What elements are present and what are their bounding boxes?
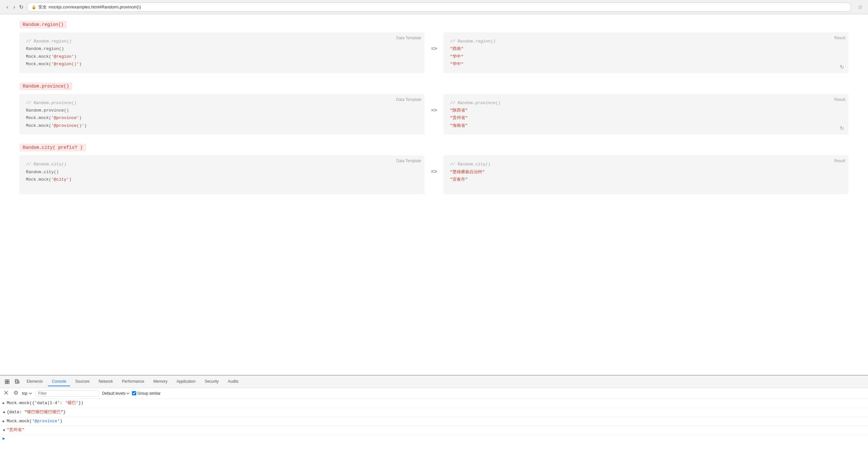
- security-text: 安全: [38, 4, 47, 10]
- browser-chrome: ‹ › ↻ 🔒 安全 mockjs.com/examples.html#Rand…: [0, 0, 868, 14]
- group-similar-checkbox-label[interactable]: Group similar: [132, 391, 161, 396]
- lock-icon: 🔒: [31, 5, 36, 9]
- devtools-tab-sources[interactable]: Sources: [71, 377, 93, 386]
- province-panels: Data Template // Random.province() Rando…: [20, 94, 848, 135]
- city-result-panel: Result // Random.city() "楚雄彝族自治州" "宜春市": [443, 155, 848, 194]
- template-label: Data Template: [396, 159, 421, 163]
- console-input-text: Mock.mock({'data|1-4': '哑巴'}): [7, 400, 84, 407]
- console-input-text: Mock.mock('@province'): [7, 418, 63, 425]
- code-line: // Random.region(): [450, 38, 842, 45]
- code-line: // Random.region(): [26, 38, 418, 45]
- bookmark-button[interactable]: ☆: [858, 4, 863, 11]
- address-bar[interactable]: 🔒 安全 mockjs.com/examples.html#Random\.pr…: [27, 3, 851, 12]
- back-button[interactable]: ‹: [5, 4, 9, 11]
- collapse-icon[interactable]: ◀: [3, 409, 5, 416]
- svg-rect-5: [16, 381, 17, 383]
- refresh-icon[interactable]: ↻: [840, 125, 844, 131]
- city-header: Random.city( prefix? ): [20, 144, 86, 151]
- svg-rect-6: [18, 381, 19, 383]
- arrow-province: =>: [425, 94, 444, 126]
- code-line: Random.region(): [26, 45, 418, 53]
- devtools-tab-audits[interactable]: Audits: [224, 377, 242, 386]
- svg-rect-2: [5, 382, 7, 384]
- result-label: Result: [834, 159, 845, 163]
- code-line: "海南省": [450, 122, 842, 129]
- devtools-tab-security[interactable]: Security: [201, 377, 222, 386]
- console-output: ▶ Mock.mock({'data|1-4': '哑巴'}) ◀ {data:…: [0, 399, 868, 456]
- expand-icon[interactable]: ▶: [3, 400, 5, 406]
- code-line: "华中": [450, 60, 842, 68]
- code-line: // Random.province(): [26, 99, 418, 107]
- province-header: Random.province(): [20, 82, 72, 90]
- code-line: "楚雄彝族自治州": [450, 168, 842, 176]
- code-line: Mock.mock('@region'): [26, 53, 418, 60]
- region-panels: Data Template // Random.region() Random.…: [20, 32, 848, 73]
- console-row: ▶ Mock.mock({'data|1-4': '哑巴'}): [0, 399, 868, 408]
- reload-button[interactable]: ↻: [19, 4, 23, 10]
- arrow-region: =>: [425, 32, 444, 65]
- main-content: Random.region() Data Template // Random.…: [0, 14, 868, 375]
- console-result-text: "贵州省": [7, 427, 25, 434]
- code-line: Mock.mock('@province'): [26, 114, 418, 122]
- province-result-panel: Result // Random.province() "陕西省" "贵州省" …: [443, 94, 848, 135]
- region-header: Random.region(): [20, 21, 67, 29]
- city-template-panel: Data Template // Random.city() Random.ci…: [20, 155, 425, 194]
- region-section: Random.region() Data Template // Random.…: [20, 14, 848, 73]
- console-empty-prompt: ▶: [0, 435, 868, 442]
- code-line: // Random.city(): [26, 160, 418, 168]
- collapse-icon[interactable]: ◀: [3, 427, 5, 433]
- console-output-text: {data: "哑巴哑巴哑巴哑巴"}: [7, 409, 66, 416]
- device-mode-button[interactable]: [13, 378, 22, 386]
- template-label: Data Template: [396, 36, 421, 40]
- code-line: // Random.province(): [450, 99, 842, 107]
- code-line: Random.province(): [26, 107, 418, 114]
- url-text: mockjs.com/examples.html#Random\.provinc…: [49, 4, 141, 9]
- code-line: "华中": [450, 53, 842, 60]
- result-label: Result: [834, 97, 845, 102]
- select-element-button[interactable]: [3, 378, 12, 386]
- devtools-tab-performance[interactable]: Performance: [118, 377, 148, 386]
- devtools-panel: Elements Console Sources Network Perform…: [0, 375, 868, 456]
- group-similar-checkbox[interactable]: [132, 391, 136, 395]
- nav-buttons: ‹ › ↻: [5, 4, 23, 11]
- console-row: ◀ {data: "哑巴哑巴哑巴哑巴"}: [0, 408, 868, 417]
- devtools-tab-memory[interactable]: Memory: [150, 377, 171, 386]
- default-levels-button[interactable]: Default levels: [102, 391, 129, 396]
- devtools-tab-network[interactable]: Network: [95, 377, 117, 386]
- preserve-log-button[interactable]: [12, 390, 20, 397]
- refresh-icon[interactable]: ↻: [840, 64, 844, 70]
- code-line: Mock.mock('@province()'): [26, 122, 418, 129]
- code-line: Random.city(): [26, 168, 418, 176]
- template-label: Data Template: [396, 97, 421, 102]
- code-line: // Random.city(): [450, 160, 842, 168]
- city-section: Random.city( prefix? ) Data Template // …: [20, 137, 848, 194]
- clear-console-button[interactable]: [3, 390, 10, 397]
- svg-rect-1: [7, 380, 9, 382]
- code-line: "西南": [450, 45, 842, 53]
- devtools-toolbar: top Default levels Group similar: [0, 388, 868, 399]
- arrow-city: =>: [425, 155, 444, 188]
- code-line: "宜春市": [450, 176, 842, 183]
- devtools-tab-console[interactable]: Console: [48, 377, 70, 386]
- province-section: Random.province() Data Template // Rando…: [20, 76, 848, 135]
- devtools-tab-application[interactable]: Application: [173, 377, 199, 386]
- cursor-icon: ▶: [3, 436, 5, 441]
- region-result-panel: Result // Random.region() "西南" "华中" "华中"…: [443, 32, 848, 73]
- svg-rect-4: [15, 379, 18, 383]
- svg-rect-3: [7, 382, 9, 384]
- console-row: ◀ "贵州省": [0, 426, 868, 435]
- code-line: Mock.mock('@region()'): [26, 60, 418, 68]
- forward-button[interactable]: ›: [12, 4, 16, 11]
- expand-icon[interactable]: ▶: [3, 418, 5, 425]
- code-line: Mock.mock('@city'): [26, 176, 418, 183]
- svg-rect-0: [5, 380, 7, 382]
- code-line: "陕西省": [450, 107, 842, 114]
- devtools-tabs: Elements Console Sources Network Perform…: [0, 375, 868, 388]
- devtools-tab-elements[interactable]: Elements: [23, 377, 47, 386]
- code-line: "贵州省": [450, 114, 842, 122]
- context-selector[interactable]: top: [22, 391, 32, 396]
- city-panels: Data Template // Random.city() Random.ci…: [20, 155, 848, 194]
- console-row: ▶ Mock.mock('@province'): [0, 417, 868, 426]
- console-filter-input[interactable]: [35, 390, 100, 397]
- region-template-panel: Data Template // Random.region() Random.…: [20, 32, 425, 73]
